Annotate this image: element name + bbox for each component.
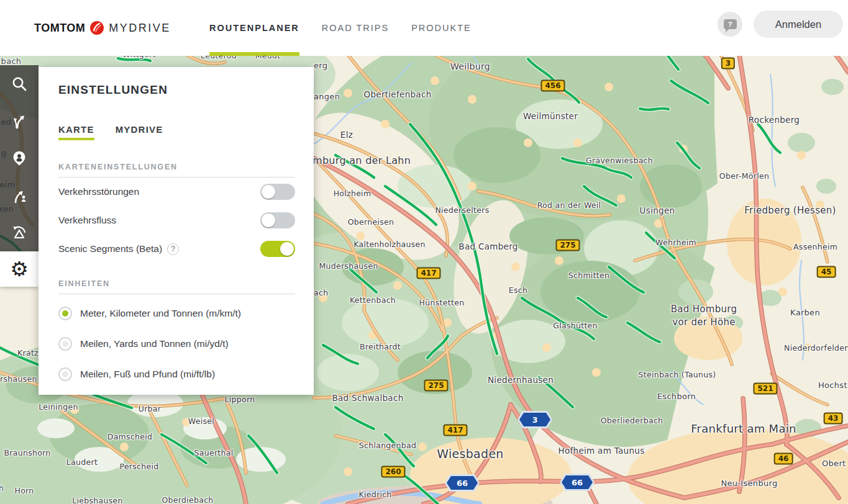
divider [58, 294, 295, 294]
map-place-label: Wiesbaden [437, 447, 503, 461]
sidebar-item-route-planner[interactable] [0, 102, 39, 140]
metric-radio[interactable] [58, 307, 72, 320]
tab-karte[interactable]: KARTE [58, 124, 94, 140]
map-place-label: angen [314, 92, 340, 101]
setting-label-text: Scenic Segments (Beta) [58, 243, 162, 254]
map-place-label: Steinbach (Taunus) [639, 370, 716, 379]
map-place-label: Mudershausen [319, 261, 378, 271]
nav-road-trips[interactable]: ROAD TRIPS [322, 0, 389, 56]
section-heading-units: EINHEITEN [58, 279, 295, 288]
setting-row-scenic-segments: Scenic Segments (Beta) ? [58, 235, 295, 263]
settings-panel: EINSTELLUNGEN KARTE MYDRIVE KARTENEINSTE… [39, 67, 314, 395]
mydrive-wordmark: MYDRIVE [109, 22, 171, 35]
map-place-label: Niedernhausen [488, 375, 554, 385]
map-place-label: Neu-Isenburg [721, 479, 778, 488]
map-place-label: ach [314, 288, 328, 297]
map-place-label: Breithardt [360, 342, 401, 351]
map-place-label: Grävenwiesbach [586, 156, 653, 165]
unit-label: Meter, Kilometer und Tonnen (m/km/t) [80, 308, 241, 319]
autobahn-badge: 66 [560, 474, 595, 491]
map-place-label: erg [314, 61, 327, 70]
map-place-label: Assenheim [793, 242, 837, 251]
settings-tabs: KARTE MYDRIVE [58, 124, 295, 140]
bundesstrasse-badge: 260 [381, 466, 405, 478]
unit-option-miles-yards: Meilen, Yards und Tonnen (mi/yd/t) [58, 328, 295, 359]
unit-option-miles-feet: Meilen, Fuß und Pfund (mi/ft/lb) [58, 359, 295, 389]
setting-row-traffic-flow: Verkehrsfluss [58, 206, 295, 235]
map-view-icon [11, 224, 28, 241]
map-place-label: Weisel [188, 416, 214, 426]
help-bubble-icon: ? [724, 19, 737, 29]
sidebar-item-map-view[interactable] [0, 214, 39, 251]
map-place-label: Frankfurt am Main [691, 422, 796, 435]
map-place-label: Urbar [139, 404, 162, 413]
unit-option-metric: Meter, Kilometer und Tonnen (m/km/t) [58, 298, 295, 328]
tomtom-mydrive-logo[interactable]: TOMTOM MYDRIVE [34, 0, 171, 56]
autobahn-badge-number: 66 [447, 476, 478, 490]
map-place-label: Obertiefenbach [363, 89, 431, 99]
map-place-label: Niederdorfelden [784, 343, 848, 353]
map-place-label: Perscheid [119, 462, 158, 471]
map-place-label: Horn [14, 486, 34, 495]
map-place-label: Hochst [818, 380, 847, 390]
traffic-flow-toggle[interactable] [260, 212, 295, 228]
map-place-label: Schmitten [568, 271, 610, 280]
map-place-label: Oberdiebach [162, 495, 213, 504]
map-place-label: Karben [790, 308, 820, 317]
map-place-label: Glashütten [553, 321, 598, 330]
miles-feet-radio[interactable] [58, 367, 72, 381]
map-place-label: Liebshausen [72, 496, 123, 504]
sign-in-button[interactable]: Anmelden [754, 11, 843, 38]
radio-dot [62, 310, 68, 317]
map-place-label: Usingen [640, 205, 675, 215]
traffic-incidents-toggle[interactable] [260, 184, 295, 200]
map-place-label: Bad Schwalbach [332, 393, 403, 403]
map-place-label: ershausen [0, 374, 37, 384]
sidebar-item-search[interactable] [0, 65, 39, 102]
map-place-label: Rockenberg [749, 115, 800, 125]
radio-dot [62, 341, 68, 347]
map-place-label: Bad Homburg [671, 304, 737, 315]
map-place-label: Sauerthal [194, 448, 233, 457]
miles-yards-radio[interactable] [58, 337, 72, 351]
map-place-label: mburg an der Lahn [312, 155, 411, 166]
map-place-label: Bad Camberg [458, 241, 517, 251]
scenic-help-icon[interactable]: ? [167, 243, 179, 255]
map-place-label: Kratz [17, 348, 39, 358]
bundesstrasse-badge: 46 [774, 453, 793, 465]
top-header: TOMTOM MYDRIVE ROUTENPLANER ROAD TRIPS P… [0, 0, 848, 56]
bundesstrasse-badge: 43 [824, 413, 843, 425]
sidebar-item-my-places[interactable] [0, 140, 39, 177]
map-place-label: Laudert [66, 457, 98, 467]
bundesstrasse-badge: 3 [721, 58, 735, 70]
map-place-label: Oberliederbach [601, 416, 663, 425]
map-place-label: Eschborn [657, 392, 696, 401]
route-arrow-icon [11, 112, 28, 130]
unit-label: Meilen, Yards und Tonnen (mi/yd/t) [80, 338, 229, 349]
help-button[interactable]: ? [718, 12, 742, 37]
nav-produkte[interactable]: PRODUKTE [411, 0, 472, 56]
toggle-knob [262, 214, 275, 227]
map-place-label: Braunshorn [4, 448, 50, 457]
map-place-label: Schlangenbad [359, 441, 416, 450]
sidebar-item-settings[interactable]: ⚙ [0, 251, 39, 287]
tool-sidebar [0, 65, 39, 251]
tab-mydrive[interactable]: MYDRIVE [116, 124, 163, 140]
tomtom-red-drum-icon [89, 20, 104, 35]
bundesstrasse-badge: 45 [817, 266, 836, 278]
bundesstrasse-badge: 417 [416, 268, 440, 279]
map-place-label: Oberneisen [348, 217, 394, 227]
toggle-knob [262, 185, 275, 199]
map-place-label: Niederselters [435, 205, 489, 215]
person-pin-icon [11, 150, 28, 167]
toggle-knob [280, 242, 294, 256]
bundesstrasse-badge: 275 [555, 240, 580, 251]
map-place-label: Ober-Mörlen [719, 171, 769, 181]
autobahn-badge: 3 [517, 411, 552, 428]
sidebar-item-my-routes[interactable] [0, 177, 39, 214]
nav-routenplaner[interactable]: ROUTENPLANER [209, 0, 299, 56]
bundesstrasse-badge: 275 [424, 380, 448, 392]
map-place-label: Damscheid [107, 432, 153, 441]
my-routes-icon [11, 187, 28, 204]
scenic-segments-toggle[interactable] [260, 241, 295, 257]
